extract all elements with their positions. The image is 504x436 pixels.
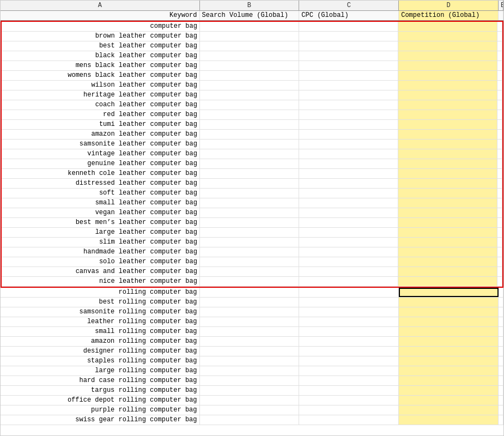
cell-search-volume (200, 347, 300, 356)
cell-competition (398, 149, 497, 159)
cell-cpc (299, 179, 398, 188)
cell-competition (398, 32, 497, 41)
table-row[interactable]: black leather computer bag (2, 51, 502, 61)
cell-search-volume (200, 317, 300, 326)
table-row[interactable]: mens black leather computer bag (2, 61, 502, 71)
cell-competition (398, 179, 497, 188)
table-row[interactable]: heritage leather computer bag (2, 90, 502, 100)
cell-search-volume (200, 337, 300, 346)
table-row[interactable]: office depot rolling computer bag (1, 396, 503, 405)
col-header-d[interactable]: D (399, 1, 499, 10)
table-row[interactable]: swiss gear rolling computer bag (1, 415, 503, 425)
cell-e (497, 159, 502, 168)
cell-search-volume (200, 120, 299, 129)
cell-competition (398, 238, 497, 247)
table-row[interactable]: purple rolling computer bag (1, 405, 503, 415)
cell-search-volume (200, 386, 300, 395)
cell-competition (398, 100, 497, 110)
cell-keyword: swiss gear rolling computer bag (1, 415, 200, 425)
cell-cpc (299, 415, 399, 425)
table-row[interactable]: distressed leather computer bag (2, 179, 502, 189)
table-row[interactable]: computer bag (2, 22, 502, 32)
table-row[interactable]: coach leather computer bag (2, 100, 502, 110)
cell-keyword: rolling computer bag (1, 288, 200, 297)
table-row[interactable]: leather rolling computer bag (1, 317, 503, 327)
table-row[interactable]: samsonite leather computer bag (2, 140, 502, 149)
table-row[interactable]: samsonite rolling computer bag (1, 307, 503, 317)
cell-competition (398, 61, 497, 70)
cell-search-volume (200, 130, 299, 139)
table-row[interactable]: best rolling computer bag (1, 298, 503, 307)
table-row[interactable]: amazon rolling computer bag (1, 337, 503, 347)
cell-competition (399, 415, 499, 425)
col-header-a[interactable]: A (1, 1, 200, 10)
col-header-e[interactable]: E (499, 1, 503, 10)
cell-keyword: purple rolling computer bag (1, 405, 200, 415)
table-row[interactable]: large rolling computer bag (1, 366, 503, 376)
table-row[interactable]: targus rolling computer bag (1, 386, 503, 396)
table-row[interactable]: genuine leather computer bag (2, 159, 502, 169)
cell-cpc (299, 257, 398, 267)
table-row[interactable]: tumi leather computer bag (2, 120, 502, 130)
cell-keyword: soft leather computer bag (2, 189, 200, 198)
cell-keyword: office depot rolling computer bag (1, 396, 200, 405)
cell-e (499, 386, 503, 395)
cell-competition (399, 327, 499, 336)
table-row[interactable]: wilson leather computer bag (2, 81, 502, 90)
cell-keyword: nice leather computer bag (2, 277, 200, 286)
table-row[interactable]: small rolling computer bag (1, 327, 503, 337)
cell-cpc (299, 61, 398, 70)
table-row[interactable]: brown leather computer bag (2, 32, 502, 41)
cell-competition (398, 257, 497, 267)
cell-cpc (299, 366, 399, 376)
table-row[interactable]: handmade leather computer bag (2, 247, 502, 257)
table-row[interactable]: soft leather computer bag (2, 189, 502, 198)
cell-competition (398, 130, 497, 139)
cell-e (499, 298, 503, 307)
table-row[interactable]: canvas and leather computer bag (2, 267, 502, 277)
table-row[interactable]: kenneth cole leather computer bag (2, 169, 502, 179)
table-row[interactable]: vegan leather computer bag (2, 208, 502, 218)
cell-search-volume (200, 247, 299, 257)
table-row[interactable]: designer rolling computer bag (1, 347, 503, 356)
table-row[interactable]: rolling computer bag (1, 288, 503, 298)
cell-cpc (299, 267, 398, 276)
table-row[interactable]: slim leather computer bag (2, 238, 502, 247)
col-header-c[interactable]: C (299, 1, 399, 10)
cell-keyword: handmade leather computer bag (2, 247, 200, 257)
table-row[interactable]: nice leather computer bag (2, 277, 502, 287)
cell-keyword: tumi leather computer bag (2, 120, 200, 129)
table-row[interactable]: hard case rolling computer bag (1, 376, 503, 386)
cell-keyword: amazon leather computer bag (2, 130, 200, 139)
header-search-volume: Search Volume (Global) (200, 11, 300, 20)
cell-cpc (299, 51, 398, 60)
table-row[interactable]: best men’s leather computer bag (2, 218, 502, 228)
table-row[interactable]: amazon leather computer bag (2, 130, 502, 140)
cell-e (499, 396, 503, 405)
cell-competition[interactable] (399, 288, 499, 297)
table-row[interactable]: solo leather computer bag (2, 257, 502, 267)
table-row[interactable]: womens black leather computer bag (2, 71, 502, 81)
cell-e (499, 356, 503, 366)
cell-keyword: leather rolling computer bag (1, 317, 200, 326)
cell-keyword: canvas and leather computer bag (2, 267, 200, 276)
cell-cpc (299, 159, 398, 168)
cell-keyword: large rolling computer bag (1, 366, 200, 376)
cell-search-volume (200, 140, 299, 149)
cell-competition (398, 22, 497, 31)
table-row[interactable]: vintage leather computer bag (2, 149, 502, 159)
cell-keyword: genuine leather computer bag (2, 159, 200, 168)
cell-keyword: vegan leather computer bag (2, 208, 200, 217)
cell-competition (398, 247, 497, 257)
table-row[interactable]: small leather computer bag (2, 198, 502, 208)
table-row[interactable]: best leather computer bag (2, 41, 502, 51)
cell-cpc (299, 347, 399, 356)
cell-keyword: wilson leather computer bag (2, 81, 200, 90)
cell-e (497, 267, 502, 276)
table-row[interactable]: staples rolling computer bag (1, 356, 503, 366)
table-row[interactable]: large leather computer bag (2, 228, 502, 238)
table-row[interactable]: red leather computer bag (2, 110, 502, 120)
col-header-b[interactable]: B (200, 1, 300, 10)
cell-cpc (299, 386, 399, 395)
rows-container: Keyword Search Volume (Global) CPC (Glob… (1, 11, 503, 435)
